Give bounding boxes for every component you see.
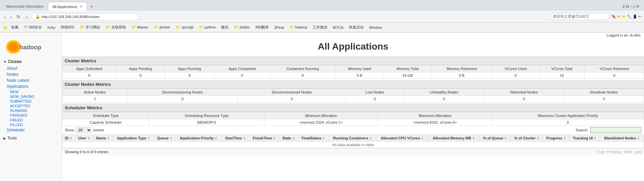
sidebar-tools-label: Tools (7, 136, 17, 140)
col-scheduler-type: Scheduler Type (62, 112, 149, 119)
col-app-type[interactable]: Application Type ⇕ (113, 135, 154, 142)
sort-blacklist-icon: ⇕ (637, 137, 640, 140)
sidebar-app-finished[interactable]: FINISHED (10, 113, 62, 118)
col-rebooted-nodes: Rebooted Nodes (484, 89, 564, 96)
hadoop-logo: hadoop (3, 39, 54, 55)
main-content: Logged in as: dr.who All Applications Cl… (62, 33, 644, 181)
cluster-arrow-icon: ▼ (3, 60, 7, 64)
sidebar-cluster-toggle[interactable]: ▼ Cluster (0, 58, 62, 65)
hadoop-logo-svg: hadoop (3, 39, 54, 55)
col-running-containers[interactable]: Running Containers ⇕ (329, 135, 376, 142)
sidebar-scheduler-link[interactable]: Scheduler (0, 127, 62, 133)
col-decommissioned-nodes: Decommissioned Nodes (237, 89, 346, 96)
search-box: Search: (576, 127, 641, 133)
bookmark-hadoop[interactable]: 📁 hadoop (287, 24, 310, 30)
address-bar[interactable]: 🔒 http://192.168.248.140:8088/cluster (32, 13, 139, 20)
val-lost-nodes: 0 (346, 96, 404, 102)
col-finish-time[interactable]: FinishTime ⇕ (249, 135, 279, 142)
col-app-priority[interactable]: Application Priority ⇕ (175, 135, 222, 142)
bookmark-docker[interactable]: 📁 docker (152, 24, 172, 30)
bookmark-spring[interactable]: 📁 springb (174, 24, 196, 30)
tab-applications[interactable]: All Applications ✕ (48, 2, 87, 11)
col-active-nodes: Active Nodes (62, 89, 127, 96)
pagination-last[interactable]: Last (634, 150, 641, 154)
sidebar-applications-link[interactable]: Applications (0, 83, 62, 89)
bookmark-360trans[interactable]: 360翻译 (253, 24, 271, 31)
search-input[interactable] (590, 127, 641, 133)
tab-close-icon[interactable]: ✕ (80, 5, 83, 8)
sort-queue-pct-icon: ⇕ (504, 137, 507, 140)
bookmark-help[interactable]: 📁 在线帮助 (104, 24, 128, 31)
pagination-previous[interactable]: Previous (607, 150, 622, 154)
sidebar-app-new[interactable]: NEW (10, 89, 62, 94)
back-button[interactable]: ‹ (3, 13, 7, 20)
tab-namenode[interactable]: Namenode information (2, 2, 47, 11)
bookmark-602[interactable]: 阿闻602 (59, 24, 76, 31)
sidebar-app-failed[interactable]: FAILED (10, 118, 62, 122)
sidebar-app-submitted[interactable]: SUBMITTED (10, 99, 62, 104)
pagination-first[interactable]: First (597, 150, 604, 154)
bookmark-window[interactable]: Window (367, 25, 384, 30)
val-scheduling-resource-type: [MEMORY] (149, 119, 264, 126)
val-apps-pending: 0 (116, 72, 165, 79)
sidebar-tools-section[interactable]: ▶ Tools (0, 134, 62, 142)
svg-point-2 (9, 43, 18, 51)
sidebar-app-new-saving[interactable]: NEW_SAVING (10, 94, 62, 99)
pagination-next[interactable]: Next (624, 150, 632, 154)
bookmark-dubbo[interactable]: 📁 dubbo (232, 24, 252, 30)
val-shutdown-nodes: 3 (564, 96, 644, 102)
showing-text: Showing 0 to 0 of 0 entries (65, 150, 108, 154)
forward-button[interactable]: › (9, 13, 13, 20)
col-name[interactable]: Name ⇕ (93, 135, 113, 142)
col-user[interactable]: User ⇕ (75, 135, 93, 142)
col-queue[interactable]: Queue ⇕ (154, 135, 175, 142)
col-apps-completed: Apps Completed (214, 65, 270, 72)
bookmark-myca[interactable]: MYCA (331, 25, 345, 30)
col-id[interactable]: ID ⇕ (62, 135, 75, 142)
sidebar-app-accepted[interactable]: ACCEPTED (10, 104, 62, 108)
browser-chrome: Namenode information All Applications ✕ … (0, 0, 644, 33)
col-vcores-total: VCores Total (539, 65, 585, 72)
cluster-metrics-header: Cluster Metrics (62, 57, 644, 65)
search-bar[interactable]: 西安利之星被罚100万 (550, 13, 609, 20)
col-pct-queue[interactable]: % of Queue ⇕ (479, 135, 511, 142)
bookmark-favorites[interactable]: 收藏 (9, 24, 20, 31)
new-tab-button[interactable]: + (88, 2, 96, 10)
bookmark-quick[interactable]: 快速启动 (347, 24, 366, 31)
table-controls: Show 20 50 100 entries Search: (62, 126, 644, 134)
sidebar-app-sub: NEW NEW_SAVING SUBMITTED ACCEPTED RUNNIN… (0, 89, 62, 127)
sidebar-app-running[interactable]: RUNNING (10, 108, 62, 113)
col-progress[interactable]: Progress ⇕ (543, 135, 570, 142)
sidebar-app-killed[interactable]: KILLED (10, 122, 62, 127)
bookmark-360[interactable]: 🛡 360安全 (22, 24, 44, 31)
sidebar-nodes-link[interactable]: Nodes (0, 71, 62, 77)
col-unhealthy-nodes: Unhealthy Nodes (404, 89, 484, 96)
col-alloc-mem[interactable]: Allocated Memory MB ⇕ (428, 135, 479, 142)
col-tracking-ui[interactable]: Tracking UI ⇕ (570, 135, 600, 142)
bookmark-study[interactable]: 📁 学习网站 (78, 24, 102, 31)
refresh-button[interactable]: ↻ (15, 13, 22, 20)
col-start-time[interactable]: StartTime ⇕ (222, 135, 249, 142)
col-state[interactable]: State ⇕ (279, 135, 298, 142)
sort-starttime-icon: ⇕ (243, 137, 246, 140)
sidebar-about-link[interactable]: About (0, 65, 62, 71)
col-blacklisted-nodes[interactable]: Blacklisted Nodes ⇕ (600, 135, 644, 142)
val-decommissioned-nodes: 0 (237, 96, 346, 102)
sidebar-node-labels-link[interactable]: Node Labels (0, 77, 62, 83)
cluster-metrics-table: Apps Submitted Apps Pending Apps Running… (62, 65, 644, 79)
tab-namenode-label: Namenode information (6, 4, 43, 8)
col-alloc-cpu[interactable]: Allocated CPU VCores ⇕ (376, 135, 428, 142)
page-wrapper: hadoop ▼ Cluster About Nodes Node Labels… (0, 33, 644, 181)
bookmark-wechat[interactable]: 微信 (219, 24, 230, 31)
entries-select[interactable]: 20 50 100 (75, 127, 92, 133)
bookmark-workchat[interactable]: 工作微信 (311, 24, 329, 31)
logged-in-text: Logged in as: dr.who (606, 33, 641, 37)
bookmark-jfinal[interactable]: JFinal (272, 25, 286, 30)
bookmark-python[interactable]: 📁 python (197, 24, 218, 30)
col-final-status[interactable]: FinalStatus ⇕ (298, 135, 328, 142)
bookmark-maven[interactable]: 📁 Maven (129, 24, 150, 30)
bookmark-huhy[interactable]: huhy (45, 25, 57, 30)
col-pct-cluster[interactable]: % of Cluster ⇕ (511, 135, 543, 142)
cluster-nodes-header: Cluster Nodes Metrics (62, 80, 644, 88)
home-button[interactable]: ⌂ (24, 13, 29, 20)
